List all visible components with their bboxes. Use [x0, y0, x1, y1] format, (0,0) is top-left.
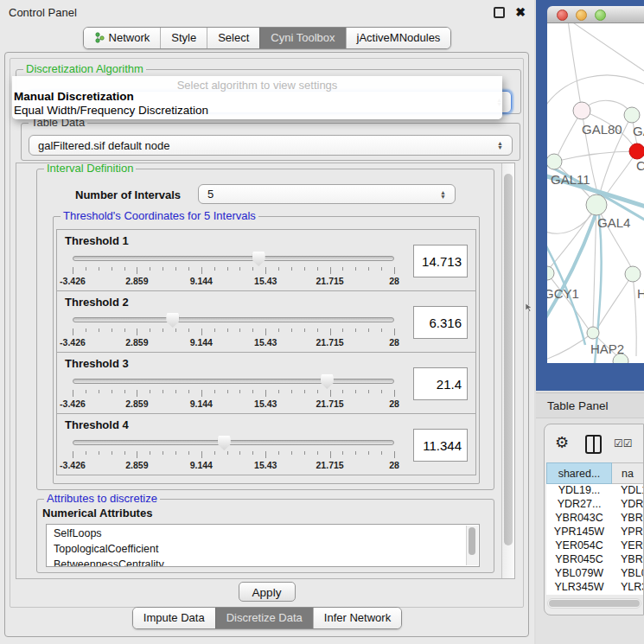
tick-mark	[239, 390, 240, 393]
tab-select[interactable]: Select	[207, 28, 259, 48]
cell-shared-name[interactable]: YBL079W	[546, 567, 612, 581]
tick-label: 9.144	[190, 460, 213, 470]
algorithm-option-equal-width[interactable]: Equal Width/Frequency Discretization	[14, 104, 208, 117]
threshold-value-field[interactable]: 6.316	[413, 306, 468, 339]
slider-thumb[interactable]	[252, 252, 265, 266]
cell-shared-name[interactable]: YDR27...	[546, 498, 612, 512]
node-top-right[interactable]	[624, 107, 640, 123]
tab-discretize-data[interactable]: Discretize Data	[215, 608, 313, 628]
attribute-list-item[interactable]: BetweennessCentrality	[47, 558, 479, 567]
cell-name[interactable]: YDR2	[612, 498, 643, 512]
cell-shared-name[interactable]: YLR345W	[546, 581, 612, 595]
slider-ticks	[73, 390, 394, 398]
table-row[interactable]: YBL079W YBL0	[546, 567, 643, 581]
cell-name[interactable]: YPR1	[612, 526, 643, 539]
minimize-traffic-light-icon[interactable]	[576, 10, 587, 21]
numerical-attributes-label: Numerical Attributes	[42, 507, 152, 520]
tick-mark	[342, 267, 343, 271]
table-row[interactable]: YBR045C YBR0	[546, 553, 643, 567]
tab-impute-data[interactable]: Impute Data	[133, 608, 215, 628]
node-hap2[interactable]	[587, 327, 599, 339]
threshold-value-field[interactable]: 21.4	[413, 367, 468, 400]
column-header-shared-name[interactable]: shared...	[546, 462, 612, 484]
threshold-slider[interactable]: -3.4262.8599.14415.4321.71528	[73, 373, 394, 411]
threshold-slider[interactable]: -3.4262.8599.14415.4321.71528	[73, 251, 394, 289]
close-icon[interactable]: ✖	[515, 6, 526, 18]
table-row[interactable]: YPR145W YPR1	[546, 526, 643, 539]
attribute-list-item[interactable]: TopologicalCoefficient	[47, 542, 479, 558]
gear-icon[interactable]: ⚙	[555, 433, 569, 452]
threshold-panel-1: Threshold 1 -3.4262.8599.14415.4321.7152…	[56, 229, 476, 291]
slider-thumb[interactable]	[218, 436, 231, 450]
threshold-panel-2: Threshold 2 -3.4262.8599.14415.4321.7152…	[56, 290, 476, 353]
cell-name[interactable]: YER0	[612, 539, 643, 553]
settings-scrollbar-thumb[interactable]	[504, 174, 513, 545]
table-hscroll-thumb[interactable]	[549, 600, 640, 607]
cell-shared-name[interactable]: YER054C	[546, 539, 612, 553]
tick-mark	[214, 390, 215, 393]
node-gal11[interactable]	[547, 154, 562, 169]
slider-track[interactable]	[73, 317, 394, 322]
tick-mark	[330, 328, 331, 335]
slider-thumb[interactable]	[166, 313, 179, 328]
slider-track[interactable]	[73, 379, 394, 384]
zoom-traffic-light-icon[interactable]	[595, 10, 606, 21]
node-gal80[interactable]	[573, 102, 590, 119]
split-view-icon[interactable]	[585, 435, 602, 454]
threshold-slider[interactable]: -3.4262.8599.14415.4321.71528	[73, 312, 394, 350]
algorithm-dropdown-popup: Select algorithm to view settings Manual…	[12, 76, 502, 119]
threshold-value-field[interactable]: 14.713	[413, 245, 468, 277]
cell-name[interactable]: YLR3	[612, 581, 643, 595]
tab-cyni-toolbox[interactable]: Cyni Toolbox	[259, 28, 345, 48]
slider-track[interactable]	[73, 440, 394, 445]
table-row[interactable]: YLR345W YLR3	[546, 581, 643, 595]
table-horizontal-scrollbar[interactable]	[547, 598, 641, 609]
tick-mark	[175, 267, 176, 271]
cell-name[interactable]: YBR0	[612, 553, 643, 567]
attributes-scrollbar-thumb[interactable]	[469, 527, 475, 555]
cell-shared-name[interactable]: YBR045C	[546, 553, 612, 567]
tab-jactivemnodules[interactable]: jActiveMNodules	[346, 28, 451, 48]
attributes-scrollbar[interactable]	[466, 526, 478, 565]
number-of-intervals-combobox[interactable]: 5 ▲▼	[198, 184, 456, 204]
node-gcy1[interactable]	[547, 266, 554, 280]
column-header-name[interactable]: na	[612, 462, 643, 484]
tick-mark	[368, 390, 369, 393]
cell-name[interactable]: YBL0	[612, 567, 643, 581]
settings-scrollbar[interactable]	[501, 163, 514, 578]
close-traffic-light-icon[interactable]	[557, 10, 568, 21]
attribute-list-item[interactable]: SelfLoops	[47, 526, 479, 542]
tick-label: 9.144	[190, 276, 213, 286]
column-checkbox-icons[interactable]: ☑☑	[614, 437, 633, 450]
cell-shared-name[interactable]: YDL19...	[546, 484, 612, 498]
cell-name[interactable]: YBR0	[612, 512, 643, 526]
slider-ticks	[73, 328, 394, 336]
numerical-attributes-list[interactable]: SelfLoopsTopologicalCoefficientBetweenne…	[46, 524, 480, 567]
node-h[interactable]	[625, 266, 641, 282]
cell-shared-name[interactable]: YPR145W	[546, 526, 612, 539]
tick-mark	[150, 451, 150, 455]
node-gal4[interactable]	[586, 194, 607, 215]
algorithm-option-manual[interactable]: Manual Discretization	[14, 90, 134, 103]
apply-button[interactable]: Apply	[239, 582, 296, 602]
tab-infer-network[interactable]: Infer Network	[313, 608, 401, 628]
tab-network[interactable]: Network	[84, 28, 161, 48]
float-window-icon[interactable]	[494, 7, 505, 18]
table-row[interactable]: YDL19... YDL1	[546, 484, 643, 498]
tick-mark	[252, 390, 253, 393]
cell-shared-name[interactable]: YBR043C	[546, 512, 612, 526]
table-row[interactable]: YER054C YER0	[546, 539, 643, 553]
table-data-combobox[interactable]: galFiltered.sif default node ▲▼	[29, 135, 513, 156]
node-red-selected[interactable]	[629, 143, 644, 159]
table-row[interactable]: YBR043C YBR0	[546, 512, 643, 526]
table-row[interactable]: YDR27... YDR2	[546, 498, 643, 512]
tick-mark	[291, 267, 292, 271]
slider-thumb[interactable]	[321, 374, 334, 389]
tab-style[interactable]: Style	[160, 28, 207, 48]
cell-name[interactable]: YDL1	[612, 484, 643, 498]
slider-track[interactable]	[73, 256, 394, 261]
threshold-value-field[interactable]: 11.344	[413, 429, 468, 462]
threshold-slider[interactable]: -3.4262.8599.14415.4321.71528	[73, 435, 394, 473]
tick-mark	[342, 451, 343, 455]
network-canvas[interactable]: GAL80 GA C GAL11 GAL4 GCY1 H HAP2	[547, 23, 644, 363]
